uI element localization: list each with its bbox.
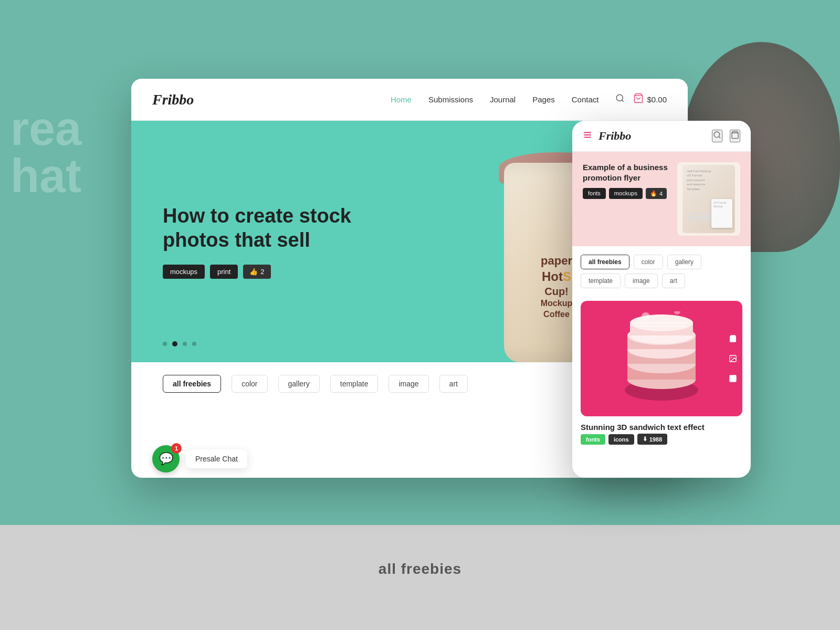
nav-contact[interactable]: Contact — [572, 95, 599, 104]
cart-price: $0.00 — [647, 95, 667, 104]
mobile-product-tags: fonts icons ⬇ 1988 — [572, 434, 751, 451]
mobile-tag-mockups[interactable]: mockups — [609, 188, 643, 199]
mobile-product-card — [581, 301, 742, 416]
hero-title: How to create stock photos that sell — [163, 204, 362, 252]
hamburger-icon[interactable] — [583, 130, 592, 142]
mobile-logo: Fribbo — [598, 129, 631, 143]
mobile-filter-art[interactable]: art — [662, 274, 685, 288]
cart-icon — [633, 93, 644, 106]
hero-tags: mockups print 👍 2 — [163, 265, 362, 279]
svg-point-5 — [714, 132, 720, 138]
filter-gallery[interactable]: gallery — [278, 375, 320, 393]
filter-all-freebies[interactable]: all freebies — [163, 375, 221, 393]
slider-dots — [163, 341, 196, 346]
svg-point-0 — [617, 94, 623, 101]
mobile-thumb-icon: 🔥 — [650, 190, 657, 197]
tag-like[interactable]: 👍 2 — [243, 265, 270, 279]
mobile-tag-downloads: ⬇ 1988 — [637, 434, 667, 445]
chat-label: Presale Chat — [186, 449, 247, 468]
mobile-tag-icons-product[interactable]: icons — [608, 434, 634, 445]
cart-button[interactable]: $0.00 — [633, 93, 667, 106]
like-count: 2 — [260, 268, 264, 276]
chat-widget: 💬 1 Presale Chat — [152, 445, 247, 472]
chat-notification-badge: 1 — [171, 443, 182, 454]
mobile-product-title: Stunning 3D sandwich text effect — [572, 416, 751, 434]
desktop-logo: Fribbo — [152, 91, 194, 108]
nav-home[interactable]: Home — [391, 95, 412, 104]
mobile-filter-section: all freebies color gallery template imag… — [572, 246, 751, 297]
nav-links: Home Submissions Journal Pages Contact — [391, 95, 599, 104]
chat-icon: 💬 — [159, 452, 173, 466]
mobile-mockup: Fribbo Example of a business promoti — [572, 121, 751, 478]
svg-rect-27 — [730, 375, 736, 382]
thumb-icon: 👍 — [249, 268, 258, 276]
mobile-filter-row-1: all freebies color gallery — [581, 255, 742, 269]
mobile-hero-title: Example of a business promotion flyer — [583, 162, 671, 183]
filter-color[interactable]: color — [232, 375, 267, 393]
desktop-nav: Fribbo Home Submissions Journal Pages Co… — [131, 79, 688, 121]
download-count: 1988 — [649, 436, 662, 443]
mobile-filter-gallery[interactable]: gallery — [667, 255, 701, 269]
mobile-tag-fonts-product[interactable]: fonts — [581, 434, 605, 445]
mobile-nav: Fribbo — [572, 121, 751, 152]
nav-journal[interactable]: Journal — [490, 95, 516, 104]
mobile-hero-image: Half Fold MockupUS Formatpsd resourceand… — [677, 162, 740, 236]
nav-pages[interactable]: Pages — [532, 95, 555, 104]
mobile-hero-tags: fonts mockups 🔥 4 — [583, 188, 671, 199]
nav-icons: $0.00 — [615, 93, 667, 106]
mobile-sidebar-layout[interactable] — [723, 369, 742, 388]
svg-point-21 — [674, 311, 680, 314]
bg-bottom-text: all freebies — [379, 561, 461, 578]
mobile-hero-card: Example of a business promotion flyer fo… — [572, 152, 751, 246]
mobile-search-button[interactable] — [712, 130, 722, 142]
mobile-sidebar-icons — [723, 329, 742, 388]
mobile-tag-like[interactable]: 🔥 4 — [646, 188, 667, 199]
mobile-like-count: 4 — [659, 191, 663, 197]
chat-button[interactable]: 💬 1 — [152, 445, 180, 472]
mobile-filter-row-2: template image art — [581, 274, 742, 288]
mobile-filter-all-freebies[interactable]: all freebies — [581, 255, 629, 269]
filter-art[interactable]: art — [439, 375, 468, 393]
dot-4[interactable] — [192, 342, 196, 346]
mobile-tag-fonts[interactable]: fonts — [583, 188, 606, 199]
product-3d-graphic — [609, 311, 714, 406]
mobile-filter-color[interactable]: color — [634, 255, 663, 269]
svg-point-26 — [731, 357, 732, 358]
tag-mockups[interactable]: mockups — [163, 265, 205, 279]
mobile-cart-button[interactable] — [730, 130, 740, 142]
svg-point-20 — [642, 312, 650, 321]
tag-print[interactable]: print — [210, 265, 238, 279]
mobile-hero-text: Example of a business promotion flyer fo… — [583, 162, 671, 199]
scene-container: Fribbo Home Submissions Journal Pages Co… — [131, 79, 709, 551]
mobile-filter-template[interactable]: template — [581, 274, 621, 288]
dot-1[interactable] — [163, 342, 167, 346]
mobile-filter-image[interactable]: image — [625, 274, 658, 288]
download-icon: ⬇ — [643, 436, 647, 443]
search-button[interactable] — [615, 93, 625, 106]
bg-text: rea hat — [0, 105, 81, 200]
flyer-label-text: Half Fold MockupUS Formatpsd resourceand… — [687, 169, 711, 191]
dot-2[interactable] — [172, 341, 177, 346]
mobile-sidebar-image[interactable] — [723, 349, 742, 368]
hero-content: How to create stock photos that sell moc… — [163, 204, 362, 279]
mobile-flyer-preview: Half Fold MockupUS Formatpsd resourceand… — [682, 165, 735, 233]
mobile-sidebar-cart[interactable] — [723, 329, 742, 348]
nav-submissions[interactable]: Submissions — [428, 95, 473, 104]
mobile-nav-icons — [712, 130, 740, 142]
filter-template[interactable]: template — [330, 375, 379, 393]
dot-3[interactable] — [183, 342, 187, 346]
filter-image[interactable]: image — [388, 375, 428, 393]
search-icon — [615, 93, 625, 103]
